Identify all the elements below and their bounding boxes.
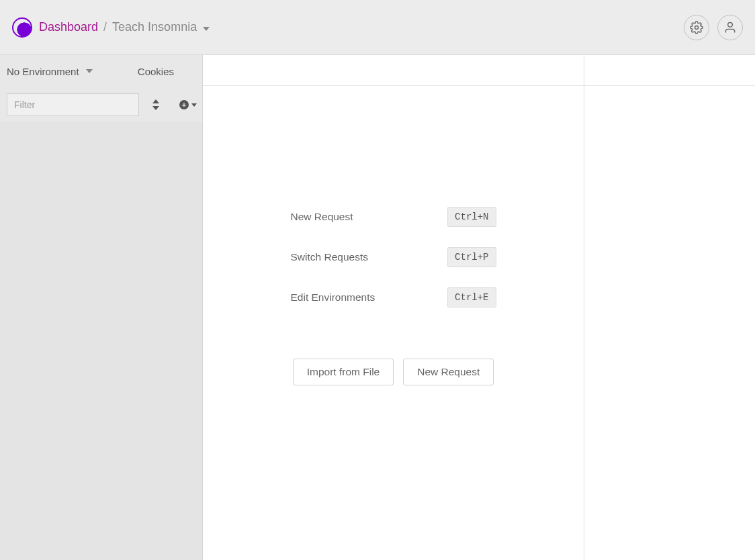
chevron-down-icon	[86, 69, 93, 73]
sidebar-filter-row: +	[0, 87, 202, 122]
gear-icon	[690, 21, 703, 34]
sidebar-request-list	[0, 122, 202, 560]
shortcut-label: Edit Environments	[291, 291, 375, 304]
breadcrumb: Dashboard / Teach Insomnia	[39, 20, 210, 34]
header-right	[684, 15, 743, 40]
shortcut-key: Ctrl+E	[447, 287, 496, 308]
dashboard-link[interactable]: Dashboard	[39, 20, 98, 34]
filter-input[interactable]	[7, 93, 139, 116]
cookies-button[interactable]: Cookies	[138, 66, 174, 77]
content-area: No Environment Cookies + New Request Ctr…	[0, 55, 755, 560]
header-left: Dashboard / Teach Insomnia	[12, 17, 210, 38]
svg-point-0	[695, 26, 699, 29]
sidebar-top-row: No Environment Cookies	[0, 55, 202, 87]
plus-circle-icon: +	[179, 100, 189, 109]
new-request-button[interactable]: New Request	[403, 359, 494, 385]
shortcut-key: Ctrl+N	[447, 207, 496, 227]
app-logo-icon	[12, 17, 32, 38]
main-panel: New Request Ctrl+N Switch Requests Ctrl+…	[203, 55, 755, 560]
response-pane	[584, 55, 755, 560]
settings-button[interactable]	[684, 15, 709, 40]
shortcut-row-edit-environments: Edit Environments Ctrl+E	[291, 287, 496, 308]
shortcut-row-switch-requests: Switch Requests Ctrl+P	[291, 247, 496, 267]
chevron-down-icon	[203, 27, 210, 31]
sidebar: No Environment Cookies +	[0, 55, 203, 560]
request-pane: New Request Ctrl+N Switch Requests Ctrl+…	[203, 55, 584, 560]
shortcut-list: New Request Ctrl+N Switch Requests Ctrl+…	[291, 207, 496, 308]
import-from-file-button[interactable]: Import from File	[293, 359, 394, 385]
environment-dropdown[interactable]: No Environment	[7, 66, 93, 77]
empty-state-buttons: Import from File New Request	[293, 359, 494, 385]
account-button[interactable]	[717, 15, 743, 40]
shortcut-label: New Request	[291, 211, 353, 223]
breadcrumb-separator: /	[103, 20, 107, 34]
empty-state: New Request Ctrl+N Switch Requests Ctrl+…	[203, 86, 584, 560]
project-name-label: Teach Insomnia	[112, 20, 197, 34]
chevron-down-icon	[191, 103, 197, 107]
shortcut-label: Switch Requests	[291, 251, 368, 263]
response-top-bar	[584, 55, 755, 86]
app-header: Dashboard / Teach Insomnia	[0, 0, 755, 55]
add-request-dropdown[interactable]: +	[179, 100, 197, 109]
user-icon	[723, 21, 737, 34]
environment-label: No Environment	[7, 66, 79, 77]
request-top-bar	[203, 55, 584, 86]
svg-point-1	[728, 22, 733, 27]
shortcut-row-new-request: New Request Ctrl+N	[291, 207, 496, 227]
shortcut-key: Ctrl+P	[447, 247, 496, 267]
project-name-dropdown[interactable]: Teach Insomnia	[112, 20, 210, 34]
